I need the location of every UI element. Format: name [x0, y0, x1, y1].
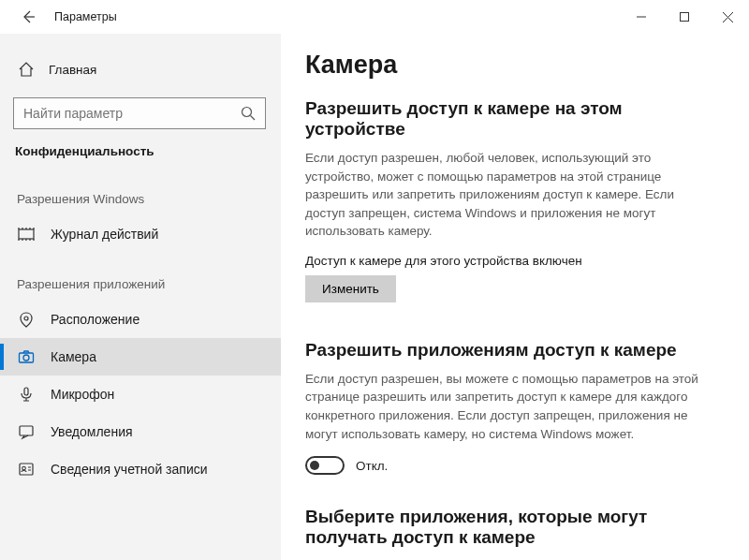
search-box[interactable]: [13, 97, 266, 129]
svg-point-3: [24, 317, 28, 320]
camera-device-status: Доступ к камере для этого устройства вкл…: [305, 254, 725, 268]
maximize-icon: [680, 12, 689, 22]
camera-icon: [17, 347, 36, 366]
section-allow-device-title: Разрешить доступ к камере на этом устрой…: [305, 98, 725, 140]
svg-rect-0: [681, 13, 689, 22]
window-title: Параметры: [54, 10, 117, 23]
minimize-icon: [637, 12, 646, 22]
sidebar-item-label: Сведения учетной записи: [51, 462, 208, 477]
arrow-left-icon: [21, 9, 36, 24]
close-button[interactable]: [706, 2, 749, 32]
apps-access-toggle-label: Откл.: [356, 459, 388, 473]
sidebar-item-label: Микрофон: [51, 387, 114, 402]
svg-rect-2: [19, 229, 34, 239]
svg-point-5: [23, 355, 29, 361]
sidebar-item-activity-history[interactable]: Журнал действий: [0, 215, 281, 253]
minimize-button[interactable]: [620, 2, 663, 32]
microphone-icon: [17, 385, 36, 404]
titlebar: Параметры: [0, 0, 749, 34]
home-icon: [17, 60, 36, 79]
filmstrip-icon: [17, 225, 36, 243]
svg-rect-7: [20, 426, 33, 435]
back-button[interactable]: [15, 4, 41, 30]
sidebar: Главная Конфиденциальность Разрешения Wi…: [0, 34, 281, 560]
section-choose-apps-title: Выберите приложения, которые могут получ…: [305, 507, 725, 548]
sidebar-home-label: Главная: [49, 63, 96, 77]
toggle-knob: [310, 461, 319, 470]
apps-access-toggle-row: Откл.: [305, 456, 725, 475]
sidebar-category: Конфиденциальность: [0, 137, 281, 168]
sidebar-group-apps: Разрешения приложений: [0, 253, 281, 301]
search-icon: [241, 106, 256, 121]
sidebar-item-notifications[interactable]: Уведомления: [0, 413, 281, 450]
sidebar-item-account-info[interactable]: Сведения учетной записи: [0, 450, 281, 488]
section-allow-apps-body: Если доступ разрешен, вы можете с помощь…: [305, 370, 708, 443]
location-icon: [17, 310, 36, 329]
sidebar-group-windows: Разрешения Windows: [0, 168, 281, 215]
section-allow-apps-title: Разрешить приложениям доступ к камере: [305, 340, 725, 361]
account-info-icon: [17, 460, 36, 479]
sidebar-item-label: Уведомления: [51, 424, 133, 439]
svg-point-9: [22, 466, 26, 470]
section-allow-device-body: Если доступ разрешен, любой человек, исп…: [305, 149, 708, 241]
sidebar-item-label: Камера: [51, 349, 96, 364]
change-button[interactable]: Изменить: [305, 275, 396, 302]
apps-access-toggle[interactable]: [305, 456, 345, 475]
close-icon: [723, 12, 733, 22]
sidebar-item-label: Расположение: [51, 312, 140, 327]
sidebar-home[interactable]: Главная: [0, 51, 281, 88]
content-area[interactable]: Камера Разрешить доступ к камере на этом…: [281, 34, 749, 560]
search-input[interactable]: [23, 106, 241, 121]
svg-point-1: [242, 108, 252, 117]
sidebar-item-microphone[interactable]: Микрофон: [0, 376, 281, 413]
svg-rect-6: [24, 388, 28, 395]
notification-icon: [17, 422, 36, 441]
sidebar-item-label: Журнал действий: [51, 227, 158, 242]
window-buttons: [620, 2, 749, 32]
sidebar-item-location[interactable]: Расположение: [0, 301, 281, 338]
maximize-button[interactable]: [663, 2, 706, 32]
sidebar-item-camera[interactable]: Камера: [0, 338, 281, 376]
svg-rect-8: [20, 464, 33, 475]
page-title: Камера: [305, 51, 725, 80]
